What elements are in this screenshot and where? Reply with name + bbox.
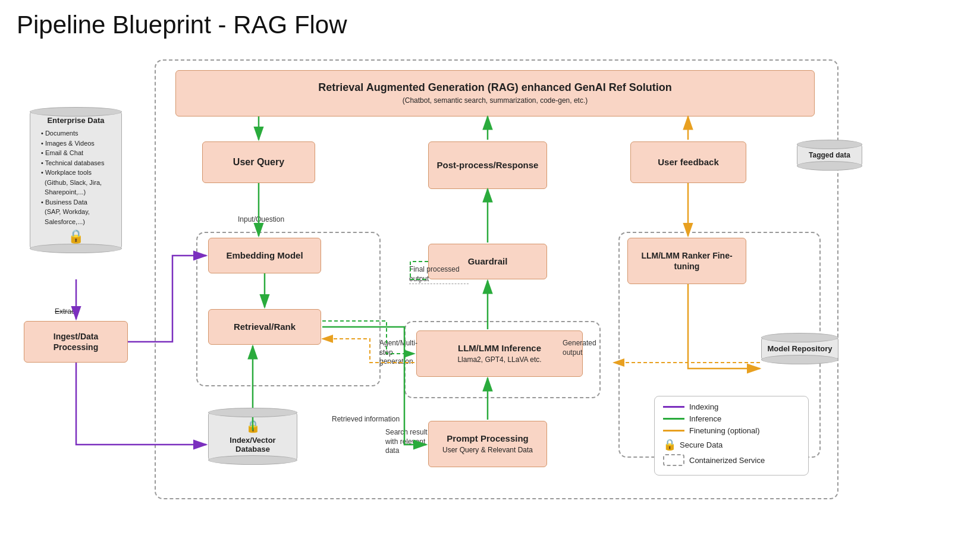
retrieval-rank-box: Retrieval/Rank (208, 309, 321, 345)
legend-containerized: Containerized Service (663, 454, 800, 466)
enterprise-data-list: • Documents • Images & Videos • Email & … (41, 128, 115, 226)
embedding-model-box: Embedding Model (208, 238, 321, 273)
retrieved-info-label: Retrieved information (332, 415, 400, 423)
input-question-label: Input/Question (238, 215, 284, 223)
legend-finetuning: Finetuning (optional) (663, 426, 800, 435)
page-title: Pipeline Blueprint - RAG Flow (0, 0, 980, 45)
lock-icon: 🔒 (36, 229, 115, 244)
legend-secure-data: 🔒 Secure Data (663, 438, 800, 451)
legend-dashed-box (663, 454, 684, 466)
model-repo-cylinder: Model Repository (761, 333, 838, 364)
enterprise-data-cylinder: Enterprise Data • Documents • Images & V… (30, 107, 122, 253)
final-processed-label: Final processed output (409, 265, 469, 284)
user-feedback-box: User feedback (630, 141, 746, 183)
legend-inference-line (663, 418, 684, 420)
legend-inference: Inference (663, 414, 800, 423)
index-lock-icon: 🔒 (212, 419, 293, 433)
legend-indexing-line (663, 406, 684, 408)
legend: Indexing Inference Finetuning (optional)… (654, 396, 809, 476)
agent-multi-label: Agent/Multi-step generation (379, 339, 427, 367)
post-process-box: Post-process/Response (428, 141, 547, 189)
diagram-area: Retrieval Augmented Generation (RAG) enh… (0, 48, 980, 551)
llm-inference-box: LLM/LMM Inference Llama2, GPT4, LLaVA et… (416, 330, 583, 377)
generated-output-label: Generated output (563, 339, 610, 357)
llm-finetuning-box: LLM/LMM Ranker Fine-tuning (627, 238, 746, 284)
legend-shield-icon: 🔒 (663, 438, 676, 451)
rag-header-box: Retrieval Augmented Generation (RAG) enh… (175, 70, 815, 117)
tagged-data-cylinder: Tagged data (797, 140, 862, 171)
prompt-processing-box: Prompt Processing User Query & Relevant … (428, 421, 547, 467)
user-query-box: User Query (202, 141, 315, 183)
extract-label: Extract (55, 307, 77, 316)
ingest-data-box: Ingest/Data Processing (24, 321, 128, 363)
search-result-label: Search result with relevant data (385, 428, 439, 456)
legend-indexing: Indexing (663, 402, 800, 411)
index-vector-cylinder: 🔒 Index/Vector Database (208, 408, 297, 465)
legend-finetuning-line (663, 430, 684, 432)
